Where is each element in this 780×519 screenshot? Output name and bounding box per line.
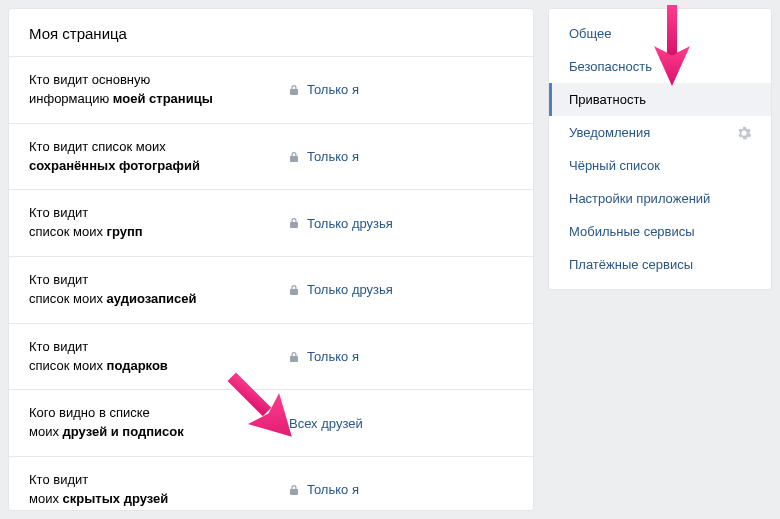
nav-item-label: Чёрный список [569,158,660,173]
privacy-row-label: Кто видит список моих групп [29,204,289,242]
privacy-row-label-bold: подарков [107,358,168,373]
nav-item-label: Приватность [569,92,646,107]
privacy-row-value-text: Всех друзей [289,416,363,431]
privacy-row: Кто видит моих скрытых друзейТолько я [9,456,533,519]
privacy-row-value[interactable]: Только друзья [289,282,393,297]
page-title: Моя страница [9,9,533,56]
privacy-row: Кто видит список моих сохранённых фотогр… [9,123,533,190]
privacy-row-label-bold: аудиозаписей [107,291,197,306]
nav-item-label: Безопасность [569,59,652,74]
privacy-row-value-text: Только я [307,82,359,97]
lock-icon [289,284,299,296]
nav-item[interactable]: Общее [549,17,771,50]
nav-item-label: Платёжные сервисы [569,257,693,272]
nav-item-label: Настройки приложений [569,191,710,206]
sidebar-nav: ОбщееБезопасностьПриватностьУведомленияЧ… [548,8,772,290]
nav-item-label: Уведомления [569,125,650,140]
nav-item[interactable]: Платёжные сервисы [549,248,771,281]
privacy-row-label: Кто видит моих скрытых друзей [29,471,289,509]
privacy-row-label: Кого видно в списке моих друзей и подпис… [29,404,289,442]
privacy-row-value-text: Только я [307,149,359,164]
nav-item[interactable]: Безопасность [549,50,771,83]
nav-item[interactable]: Приватность [549,83,771,116]
privacy-row-label-bold: групп [107,224,143,239]
privacy-row-label-text: Кто видит список моих [29,272,107,306]
lock-icon [289,351,299,363]
privacy-row-label-bold: друзей и подписок [63,424,184,439]
privacy-row-value-text: Только я [307,482,359,497]
privacy-row-value[interactable]: Только я [289,149,359,164]
nav-item-label: Общее [569,26,612,41]
privacy-row-value[interactable]: Только я [289,82,359,97]
privacy-row-value[interactable]: Только я [289,349,359,364]
privacy-row-value-text: Только друзья [307,282,393,297]
nav-item-label: Мобильные сервисы [569,224,695,239]
privacy-row-label-bold: скрытых друзей [63,491,169,506]
gear-icon [737,126,751,140]
nav-item[interactable]: Настройки приложений [549,182,771,215]
privacy-settings-list: Кто видит основную информацию моей стран… [9,56,533,519]
privacy-row-value[interactable]: Всех друзей [289,416,363,431]
main-panel: Моя страница Кто видит основную информац… [8,8,534,511]
lock-icon [289,151,299,163]
privacy-row-label-text: Кто видит список моих [29,205,107,239]
lock-icon [289,217,299,229]
privacy-row: Кто видит список моих группТолько друзья [9,189,533,256]
privacy-row-label-text: Кто видит список моих [29,339,107,373]
privacy-row: Кто видит список моих подарковТолько я [9,323,533,390]
nav-item[interactable]: Уведомления [549,116,771,149]
app-root: Моя страница Кто видит основную информац… [0,0,780,519]
privacy-row-value-text: Только друзья [307,216,393,231]
privacy-row: Кто видит список моих аудиозаписейТолько… [9,256,533,323]
privacy-row-label-bold: моей страницы [113,91,213,106]
privacy-row-label: Кто видит список моих сохранённых фотогр… [29,138,289,176]
nav-item[interactable]: Чёрный список [549,149,771,182]
privacy-row-value[interactable]: Только я [289,482,359,497]
privacy-row-label-text: Кто видит список моих [29,139,166,154]
privacy-row-label-bold: сохранённых фотографий [29,158,200,173]
lock-icon [289,84,299,96]
privacy-row-label: Кто видит список моих подарков [29,338,289,376]
lock-icon [289,484,299,496]
privacy-row-value[interactable]: Только друзья [289,216,393,231]
privacy-row: Кто видит основную информацию моей стран… [9,56,533,123]
privacy-row-value-text: Только я [307,349,359,364]
privacy-row-label: Кто видит основную информацию моей стран… [29,71,289,109]
nav-item[interactable]: Мобильные сервисы [549,215,771,248]
privacy-row: Кого видно в списке моих друзей и подпис… [9,389,533,456]
privacy-row-label: Кто видит список моих аудиозаписей [29,271,289,309]
